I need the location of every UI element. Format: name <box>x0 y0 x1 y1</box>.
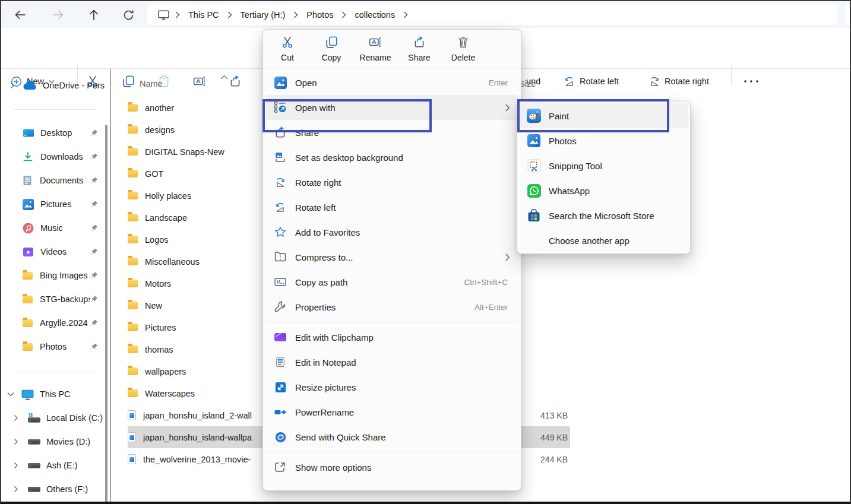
menu-item-set-as-desktop-background[interactable]: Set as desktop background <box>263 145 521 170</box>
column-header-name[interactable]: Name <box>140 79 163 88</box>
folder-icon <box>128 345 138 353</box>
submenu-item-paint[interactable]: Paint <box>520 103 688 128</box>
breadcrumb-drive[interactable]: Tertiary (H:) <box>238 10 288 20</box>
folder-icon <box>23 272 33 280</box>
folder-icon <box>23 296 33 303</box>
column-divider[interactable] <box>574 73 574 94</box>
refresh-icon <box>122 9 135 21</box>
breadcrumb-photos[interactable]: Photos <box>304 10 336 20</box>
rotate-left-label: Rotate left <box>580 77 619 86</box>
navigation-bar: This PC Tertiary (H:) Photos collections <box>1 1 850 28</box>
folder-icon <box>128 389 138 397</box>
share-button[interactable]: Share <box>400 36 439 62</box>
sidebar-item-onedrive[interactable]: OneDrive - Pers <box>1 75 113 96</box>
scissors-icon <box>281 36 294 49</box>
pane-divider[interactable] <box>110 69 111 503</box>
folder-icon <box>128 192 138 199</box>
sidebar-item-this-pc[interactable]: This PC <box>1 384 110 404</box>
see-more-button[interactable] <box>744 71 759 91</box>
sidebar-scrollbar[interactable] <box>105 125 107 503</box>
menu-item-label: PowerRename <box>295 407 354 417</box>
address-bar[interactable]: This PC Tertiary (H:) Photos collections <box>147 4 837 25</box>
folder-icon <box>128 302 138 309</box>
submenu-item-choose-another-app[interactable]: Choose another app <box>517 228 690 253</box>
copy-button[interactable]: Copy <box>312 36 351 62</box>
menu-item-rotate-left[interactable]: Rotate left <box>263 195 521 220</box>
folder-name: Pictures <box>145 323 176 332</box>
menu-item-label: Rotate left <box>295 202 336 213</box>
folder-icon <box>128 148 138 156</box>
breadcrumb-collections[interactable]: collections <box>352 10 397 20</box>
pin-icon <box>90 343 98 351</box>
rotate-left-icon <box>274 201 287 214</box>
submenu-item-snipping-tool[interactable]: Snipping Tool <box>517 153 690 178</box>
forward-button[interactable] <box>50 7 66 23</box>
rename-icon <box>193 75 206 88</box>
photos-app-icon <box>274 76 287 89</box>
folder-icon <box>23 343 33 351</box>
rotate-right-icon <box>274 176 287 189</box>
submenu-item-photos[interactable]: Photos <box>517 128 690 153</box>
rotate-left-button[interactable]: Rotate left <box>564 71 619 91</box>
trash-icon <box>457 36 470 49</box>
folder-name: Logos <box>145 235 169 245</box>
sidebar-item-movies-d[interactable]: Movies (D:) <box>1 432 116 452</box>
menu-item-add-to-favorites[interactable]: Add to Favorites <box>263 220 521 245</box>
photos-app-icon <box>527 134 541 148</box>
menu-item-show-more-options[interactable]: Show more options <box>263 455 521 480</box>
chevron-right-icon <box>13 414 19 421</box>
image-file-icon <box>128 410 136 420</box>
copy-button[interactable] <box>122 71 135 91</box>
submenu-item-whatsapp[interactable]: WhatsApp <box>517 178 690 203</box>
menu-separator <box>264 322 520 322</box>
share-button[interactable] <box>229 71 242 91</box>
menu-item-open-with[interactable]: Open with <box>266 95 518 120</box>
sort-ascending-icon[interactable] <box>220 71 228 82</box>
sidebar-item-label: Movies (D:) <box>46 437 90 446</box>
menu-item-rotate-right[interactable]: Rotate right <box>263 170 521 195</box>
menu-item-open[interactable]: Open Enter <box>263 70 521 95</box>
quick-action-label: Rename <box>360 53 391 62</box>
menu-item-compress-to[interactable]: Compress to... <box>263 245 521 270</box>
folder-icon <box>128 280 138 287</box>
chevron-right-icon <box>10 82 15 89</box>
monitor-icon <box>158 9 169 20</box>
onedrive-cloud-icon <box>23 81 37 90</box>
pin-icon <box>90 129 98 137</box>
menu-item-resize-pictures[interactable]: Resize pictures <box>263 375 521 400</box>
menu-item-share[interactable]: Share <box>263 120 521 145</box>
sidebar-item-local-disk-c[interactable]: Local Disk (C:) <box>1 408 116 428</box>
copy-icon <box>325 36 338 49</box>
pictures-icon <box>23 199 34 210</box>
sidebar-item-others-f[interactable]: Others (F:) <box>1 479 116 499</box>
breadcrumb-this-pc[interactable]: This PC <box>186 10 222 20</box>
submenu-item-label: Choose another app <box>549 236 629 246</box>
menu-item-send-with-quick-share[interactable]: Send with Quick Share <box>263 424 521 449</box>
cut-button[interactable]: Cut <box>268 36 307 62</box>
sidebar-item-label: Music <box>40 223 63 233</box>
column-header-size[interactable]: Size <box>519 79 536 88</box>
refresh-button[interactable] <box>121 7 136 23</box>
menu-item-label: Properties <box>295 302 336 312</box>
music-icon <box>23 223 34 234</box>
menu-item-label: Send with Quick Share <box>295 432 386 442</box>
rename-button[interactable]: Rename <box>356 36 395 62</box>
sidebar-item-ash-e[interactable]: Ash (E:) <box>1 455 116 476</box>
rotate-right-button[interactable]: Rotate right <box>648 71 709 91</box>
menu-item-edit-with-clipchamp[interactable]: Edit with Clipchamp <box>263 325 521 350</box>
search-box-fragment[interactable] <box>845 4 851 25</box>
menu-item-label: Compress to... <box>295 252 353 262</box>
menu-item-edit-in-notepad[interactable]: Edit in Notepad <box>263 350 521 375</box>
submenu-item-search-microsoft-store[interactable]: Search the Microsoft Store <box>517 203 690 228</box>
delete-button[interactable]: Delete <box>444 36 483 62</box>
toolbar-separator <box>731 65 732 85</box>
menu-item-powerrename[interactable]: PowerRename <box>263 400 521 424</box>
back-button[interactable] <box>12 7 28 23</box>
up-button[interactable] <box>86 7 102 23</box>
rename-button[interactable] <box>193 71 206 91</box>
menu-item-copy-as-path[interactable]: Copy as path Ctrl+Shift+C <box>263 270 521 294</box>
folder-icon <box>128 324 138 331</box>
menu-item-properties[interactable]: Properties Alt+Enter <box>263 294 521 319</box>
file-size: 413 KB <box>540 411 570 420</box>
pin-icon <box>90 296 98 303</box>
